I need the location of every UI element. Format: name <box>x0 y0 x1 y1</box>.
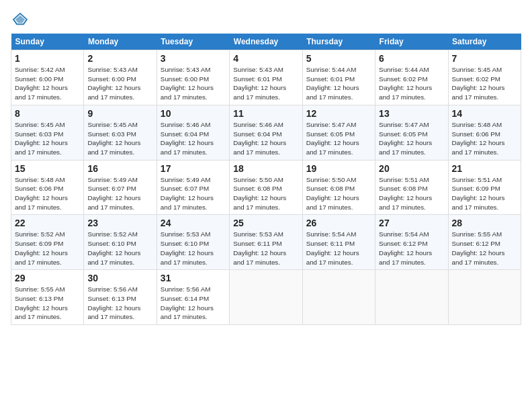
day-number: 31 <box>161 273 226 283</box>
calendar-cell: 12Sunrise: 5:47 AM Sunset: 6:05 PM Dayli… <box>302 105 375 160</box>
calendar-cell: 20Sunrise: 5:51 AM Sunset: 6:08 PM Dayli… <box>375 160 448 215</box>
calendar-cell: 1Sunrise: 5:42 AM Sunset: 6:00 PM Daylig… <box>11 50 84 105</box>
day-number: 28 <box>452 218 517 228</box>
day-number: 13 <box>379 108 444 119</box>
calendar-cell: 23Sunrise: 5:52 AM Sunset: 6:10 PM Dayli… <box>84 215 157 270</box>
calendar-cell: 30Sunrise: 5:56 AM Sunset: 6:13 PM Dayli… <box>84 270 157 325</box>
calendar-week-row: 15Sunrise: 5:48 AM Sunset: 6:06 PM Dayli… <box>11 160 521 215</box>
weekday-header-wednesday: Wednesday <box>230 34 302 50</box>
calendar-cell: 6Sunrise: 5:44 AM Sunset: 6:02 PM Daylig… <box>375 50 448 105</box>
day-info: Sunrise: 5:56 AM Sunset: 6:13 PM Dayligh… <box>87 285 152 322</box>
calendar-cell: 11Sunrise: 5:46 AM Sunset: 6:04 PM Dayli… <box>230 105 302 160</box>
day-info: Sunrise: 5:51 AM Sunset: 6:09 PM Dayligh… <box>452 175 517 212</box>
calendar-cell <box>375 270 448 325</box>
weekday-header-sunday: Sunday <box>11 34 84 50</box>
calendar-week-row: 22Sunrise: 5:52 AM Sunset: 6:09 PM Dayli… <box>11 215 521 270</box>
day-number: 16 <box>87 163 152 174</box>
day-number: 20 <box>379 163 444 174</box>
calendar-cell: 3Sunrise: 5:43 AM Sunset: 6:00 PM Daylig… <box>157 50 229 105</box>
day-info: Sunrise: 5:47 AM Sunset: 6:05 PM Dayligh… <box>306 120 371 157</box>
calendar-cell: 17Sunrise: 5:49 AM Sunset: 6:07 PM Dayli… <box>157 160 229 215</box>
day-number: 14 <box>452 108 517 119</box>
calendar-week-row: 29Sunrise: 5:55 AM Sunset: 6:13 PM Dayli… <box>11 270 521 325</box>
calendar-cell: 4Sunrise: 5:43 AM Sunset: 6:01 PM Daylig… <box>230 50 302 105</box>
calendar-cell: 22Sunrise: 5:52 AM Sunset: 6:09 PM Dayli… <box>11 215 84 270</box>
calendar-cell: 25Sunrise: 5:53 AM Sunset: 6:11 PM Dayli… <box>230 215 302 270</box>
day-number: 19 <box>306 163 371 174</box>
calendar-cell: 18Sunrise: 5:50 AM Sunset: 6:08 PM Dayli… <box>230 160 302 215</box>
weekday-header-saturday: Saturday <box>448 34 521 50</box>
day-number: 25 <box>233 218 298 228</box>
day-number: 17 <box>161 163 226 174</box>
day-info: Sunrise: 5:43 AM Sunset: 6:00 PM Dayligh… <box>87 65 152 102</box>
calendar-cell <box>448 270 521 325</box>
weekday-header-row: SundayMondayTuesdayWednesdayThursdayFrid… <box>11 34 521 50</box>
day-number: 3 <box>161 53 226 64</box>
day-number: 8 <box>15 108 80 119</box>
day-info: Sunrise: 5:54 AM Sunset: 6:11 PM Dayligh… <box>306 230 371 267</box>
day-info: Sunrise: 5:46 AM Sunset: 6:04 PM Dayligh… <box>161 120 226 157</box>
calendar-cell: 15Sunrise: 5:48 AM Sunset: 6:06 PM Dayli… <box>11 160 84 215</box>
day-info: Sunrise: 5:43 AM Sunset: 6:00 PM Dayligh… <box>161 65 226 102</box>
page-container: SundayMondayTuesdayWednesdayThursdayFrid… <box>0 0 532 332</box>
calendar-cell: 24Sunrise: 5:53 AM Sunset: 6:10 PM Dayli… <box>157 215 229 270</box>
day-number: 4 <box>233 53 298 64</box>
calendar-week-row: 8Sunrise: 5:45 AM Sunset: 6:03 PM Daylig… <box>11 105 521 160</box>
day-number: 18 <box>233 163 298 174</box>
day-info: Sunrise: 5:53 AM Sunset: 6:10 PM Dayligh… <box>161 230 226 267</box>
day-number: 22 <box>15 218 80 228</box>
day-number: 6 <box>379 53 444 64</box>
day-number: 11 <box>233 108 298 119</box>
day-number: 27 <box>379 218 444 228</box>
day-number: 9 <box>87 108 152 119</box>
calendar-body: 1Sunrise: 5:42 AM Sunset: 6:00 PM Daylig… <box>11 50 521 325</box>
day-info: Sunrise: 5:51 AM Sunset: 6:08 PM Dayligh… <box>379 175 444 212</box>
day-number: 26 <box>306 218 371 228</box>
day-info: Sunrise: 5:54 AM Sunset: 6:12 PM Dayligh… <box>379 230 444 267</box>
day-number: 24 <box>161 218 226 228</box>
day-info: Sunrise: 5:55 AM Sunset: 6:12 PM Dayligh… <box>452 230 517 267</box>
calendar-cell: 21Sunrise: 5:51 AM Sunset: 6:09 PM Dayli… <box>448 160 521 215</box>
weekday-header-friday: Friday <box>375 34 448 50</box>
calendar-cell: 29Sunrise: 5:55 AM Sunset: 6:13 PM Dayli… <box>11 270 84 325</box>
day-info: Sunrise: 5:56 AM Sunset: 6:14 PM Dayligh… <box>161 285 226 322</box>
day-number: 15 <box>15 163 80 174</box>
day-info: Sunrise: 5:48 AM Sunset: 6:06 PM Dayligh… <box>452 120 517 157</box>
day-info: Sunrise: 5:44 AM Sunset: 6:02 PM Dayligh… <box>379 65 444 102</box>
day-info: Sunrise: 5:49 AM Sunset: 6:07 PM Dayligh… <box>161 175 226 212</box>
calendar-cell: 31Sunrise: 5:56 AM Sunset: 6:14 PM Dayli… <box>157 270 229 325</box>
calendar-cell: 7Sunrise: 5:45 AM Sunset: 6:02 PM Daylig… <box>448 50 521 105</box>
day-info: Sunrise: 5:52 AM Sunset: 6:10 PM Dayligh… <box>87 230 152 267</box>
logo-icon <box>11 11 30 27</box>
day-info: Sunrise: 5:47 AM Sunset: 6:05 PM Dayligh… <box>379 120 444 157</box>
weekday-header-tuesday: Tuesday <box>157 34 229 50</box>
day-number: 30 <box>87 273 152 283</box>
day-number: 23 <box>87 218 152 228</box>
day-info: Sunrise: 5:52 AM Sunset: 6:09 PM Dayligh… <box>15 230 80 267</box>
day-info: Sunrise: 5:50 AM Sunset: 6:08 PM Dayligh… <box>306 175 371 212</box>
day-number: 2 <box>87 53 152 64</box>
calendar-cell: 14Sunrise: 5:48 AM Sunset: 6:06 PM Dayli… <box>448 105 521 160</box>
calendar-week-row: 1Sunrise: 5:42 AM Sunset: 6:00 PM Daylig… <box>11 50 521 105</box>
weekday-header-monday: Monday <box>84 34 157 50</box>
day-number: 7 <box>452 53 517 64</box>
calendar-cell: 8Sunrise: 5:45 AM Sunset: 6:03 PM Daylig… <box>11 105 84 160</box>
day-info: Sunrise: 5:53 AM Sunset: 6:11 PM Dayligh… <box>233 230 298 267</box>
day-number: 12 <box>306 108 371 119</box>
page-header <box>11 11 521 27</box>
calendar-cell: 28Sunrise: 5:55 AM Sunset: 6:12 PM Dayli… <box>448 215 521 270</box>
day-info: Sunrise: 5:55 AM Sunset: 6:13 PM Dayligh… <box>15 285 80 322</box>
day-info: Sunrise: 5:43 AM Sunset: 6:01 PM Dayligh… <box>233 65 298 102</box>
calendar-cell <box>302 270 375 325</box>
calendar-cell: 16Sunrise: 5:49 AM Sunset: 6:07 PM Dayli… <box>84 160 157 215</box>
day-number: 10 <box>161 108 226 119</box>
day-info: Sunrise: 5:48 AM Sunset: 6:06 PM Dayligh… <box>15 175 80 212</box>
day-info: Sunrise: 5:45 AM Sunset: 6:03 PM Dayligh… <box>15 120 80 157</box>
calendar-cell: 27Sunrise: 5:54 AM Sunset: 6:12 PM Dayli… <box>375 215 448 270</box>
day-number: 1 <box>15 53 80 64</box>
calendar-cell: 19Sunrise: 5:50 AM Sunset: 6:08 PM Dayli… <box>302 160 375 215</box>
day-info: Sunrise: 5:49 AM Sunset: 6:07 PM Dayligh… <box>87 175 152 212</box>
calendar-cell: 10Sunrise: 5:46 AM Sunset: 6:04 PM Dayli… <box>157 105 229 160</box>
day-number: 5 <box>306 53 371 64</box>
calendar-cell: 9Sunrise: 5:45 AM Sunset: 6:03 PM Daylig… <box>84 105 157 160</box>
